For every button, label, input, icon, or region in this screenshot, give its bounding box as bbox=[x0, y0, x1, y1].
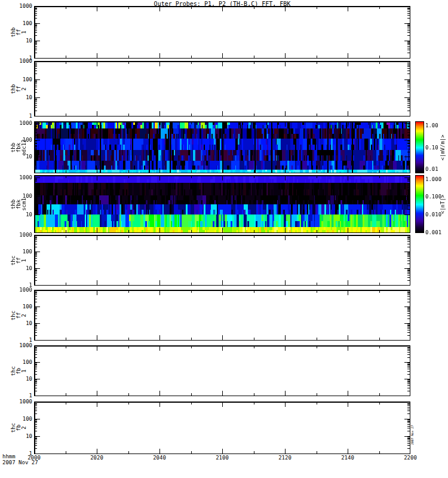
axis-ticks-thc-fb-1 bbox=[34, 345, 410, 396]
y-tick-label: 10 bbox=[11, 266, 32, 271]
colorbar-unit-label: <|nT|> bbox=[440, 194, 446, 214]
y-tick-label: 10 bbox=[11, 38, 32, 44]
panel-ylabel-line: scm1 bbox=[22, 198, 27, 211]
panel-ylabel-thb-fbk-scm1: thbfbkscm1 bbox=[11, 198, 27, 211]
axis-ticks-thc-fb-2 bbox=[34, 402, 410, 454]
panel-ylabel-thc-fb-1: thcfb1 bbox=[11, 366, 27, 375]
x-axis-legend: hhmm bbox=[2, 454, 16, 459]
panel-thc-ff-2 bbox=[34, 290, 410, 341]
y-tick-label: 10 bbox=[11, 434, 32, 439]
panel-ylabel-line: 2 bbox=[22, 84, 27, 93]
panel-ylabel-thc-ff-1: thcff1 bbox=[11, 255, 27, 265]
colorbar-thb-fbk-scm1 bbox=[415, 175, 424, 233]
panel-thc-ff-1 bbox=[34, 235, 410, 286]
y-tick-label: 100 bbox=[11, 360, 32, 365]
axis-ticks-thb-ff-2 bbox=[34, 61, 410, 117]
panel-ylabel-thb-ff-2: thbff2 bbox=[11, 84, 27, 93]
y-tick-label: 1000 bbox=[11, 4, 32, 9]
spectrogram-plot: Outer Probes: P1, P2 (TH-B,C) FFT, FBK 1… bbox=[0, 0, 448, 478]
x-tick-label: 2200 bbox=[398, 455, 422, 461]
y-tick-label: 10 bbox=[11, 376, 32, 382]
y-tick-label: 1000 bbox=[11, 399, 32, 405]
panel-thb-ff-1 bbox=[34, 6, 410, 59]
y-tick-label: 100 bbox=[11, 249, 32, 255]
panel-ylabel-line: 1 bbox=[22, 366, 27, 375]
x-tick-label: 2100 bbox=[210, 455, 234, 461]
axis-ticks-thb-fbk-scm1 bbox=[34, 175, 410, 233]
x-tick-label: 2140 bbox=[336, 455, 360, 461]
y-tick-label: 1000 bbox=[11, 343, 32, 348]
axis-ticks-thc-ff-1 bbox=[34, 235, 410, 286]
colorbar-tick-label: 0.001 bbox=[425, 230, 441, 235]
panel-thb-fbk-scm1 bbox=[34, 175, 410, 233]
axis-ticks-thc-ff-2 bbox=[34, 290, 410, 341]
colorbar-tick-label: 0.10 bbox=[425, 145, 438, 151]
x-axis-date: 2007 Nov 27 bbox=[2, 460, 38, 465]
y-tick-label: 10 bbox=[11, 95, 32, 100]
colorbar-tick-label: 1.00 bbox=[425, 123, 438, 128]
panel-ylabel-line: 1 bbox=[22, 27, 27, 37]
x-tick-label: 2000 bbox=[22, 455, 46, 461]
axis-ticks-thb-fbk-edc12 bbox=[34, 121, 410, 173]
y-tick-label: 1000 bbox=[11, 287, 32, 293]
y-tick-label: 1000 bbox=[11, 121, 32, 126]
panel-ylabel-line: edc12 bbox=[22, 139, 27, 155]
panel-thb-ff-2 bbox=[34, 61, 410, 117]
panel-thb-fbk-edc12 bbox=[34, 121, 410, 173]
y-tick-label: 10 bbox=[11, 212, 32, 217]
timestamp-watermark: 2007 Nov 27 bbox=[411, 425, 414, 445]
y-tick-label: 100 bbox=[11, 21, 32, 26]
colorbar-tick-label: 0.01 bbox=[425, 167, 438, 172]
panel-ylabel-thc-fb-2: thcfb2 bbox=[11, 423, 27, 433]
colorbar-unit-label: <|mV/m|> bbox=[440, 134, 446, 160]
panel-ylabel-thb-fbk-edc12: thbfbkedc12 bbox=[11, 139, 27, 155]
y-tick-label: 100 bbox=[11, 77, 32, 82]
panel-ylabel-line: 2 bbox=[22, 423, 27, 433]
colorbar-tick-label: 1.000 bbox=[425, 177, 441, 182]
y-tick-label: 100 bbox=[11, 304, 32, 310]
y-tick-label: 1 bbox=[11, 114, 32, 119]
panel-thc-fb-2 bbox=[34, 402, 410, 454]
panel-thc-fb-1 bbox=[34, 345, 410, 396]
y-tick-label: 1000 bbox=[11, 232, 32, 238]
panel-ylabel-thb-ff-1: thbff1 bbox=[11, 27, 27, 37]
panel-ylabel-line: 1 bbox=[22, 255, 27, 265]
y-tick-label: 10 bbox=[11, 321, 32, 326]
y-tick-label: 1 bbox=[11, 393, 32, 399]
y-tick-label: 1000 bbox=[11, 59, 32, 64]
y-tick-label: 100 bbox=[11, 416, 32, 422]
axis-ticks-thb-ff-1 bbox=[34, 6, 410, 59]
panel-ylabel-thc-ff-2: thcff2 bbox=[11, 310, 27, 320]
x-tick-label: 2040 bbox=[148, 455, 171, 461]
colorbar-thb-fbk-edc12 bbox=[415, 121, 424, 173]
panel-ylabel-line: 2 bbox=[22, 310, 27, 320]
x-tick-label: 2020 bbox=[85, 455, 109, 461]
x-tick-label: 2120 bbox=[273, 455, 297, 461]
y-tick-label: 1000 bbox=[11, 175, 32, 180]
